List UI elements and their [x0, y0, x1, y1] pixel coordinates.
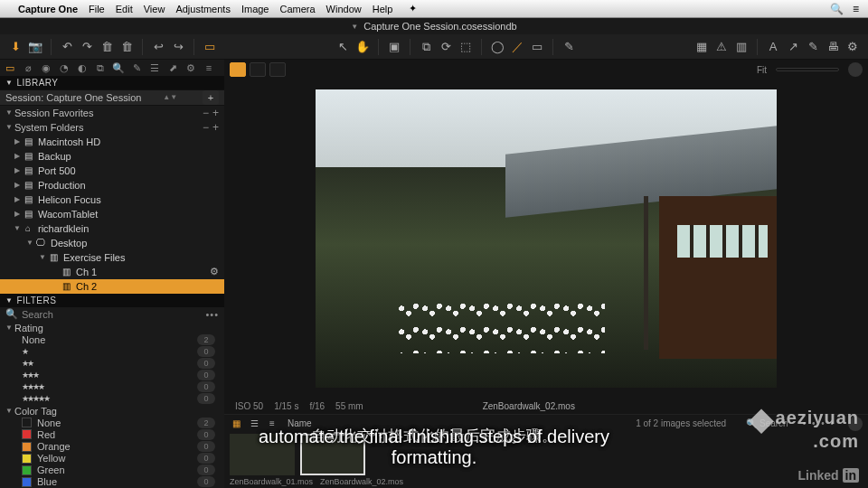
redo-icon[interactable]: ↷ — [77, 37, 97, 57]
filter-search[interactable]: 🔍 Search••• — [0, 307, 224, 322]
menu-camera[interactable]: Camera — [279, 4, 315, 14]
menu-file[interactable]: File — [89, 4, 105, 14]
session-selector[interactable]: Session: Capture One Session ▲▼ + — [0, 89, 224, 106]
settings-icon[interactable]: ⚙ — [843, 37, 863, 57]
forward-icon[interactable]: ↪ — [168, 37, 188, 57]
system-folders-header[interactable]: ▼System Folders−+ — [0, 120, 224, 135]
rating-3[interactable]: ★★★0 — [0, 370, 224, 381]
rating-5[interactable]: ★★★★★0 — [0, 393, 224, 405]
reset-icon[interactable]: 🗑 — [97, 37, 117, 57]
search-icon[interactable]: 🔍 — [830, 3, 844, 15]
trash-icon[interactable]: 🗑 — [117, 37, 137, 57]
more-icon[interactable]: ••• — [205, 309, 219, 320]
menu-extras-icon[interactable]: ≡ — [853, 3, 859, 15]
zoom-slider[interactable] — [776, 68, 839, 71]
folder-row[interactable]: ▼▥Exercise Files — [0, 250, 224, 265]
folder-row[interactable]: ▶▤Macintosh HD — [0, 135, 224, 149]
rating-header[interactable]: ▼Rating — [0, 322, 224, 333]
metadata-tab-icon[interactable]: ☰ — [148, 61, 161, 74]
thumbnail[interactable] — [300, 434, 365, 475]
tag-orange[interactable]: Orange0 — [0, 440, 224, 452]
import-icon[interactable]: ⬇ — [5, 37, 25, 57]
tag-yellow[interactable]: Yellow0 — [0, 453, 224, 465]
folder-row[interactable]: ▶▤Helicon Focus — [0, 192, 224, 207]
filmstrip-icon[interactable]: ☰ — [248, 418, 260, 430]
rating-4[interactable]: ★★★★0 — [0, 381, 224, 393]
adjust-tab-icon[interactable]: ✎ — [130, 61, 143, 74]
multi-mode-icon[interactable] — [269, 62, 286, 77]
grid-icon[interactable]: ▦ — [230, 418, 242, 430]
grid-icon[interactable]: ▥ — [731, 37, 751, 57]
add-session-button[interactable]: + — [203, 90, 219, 105]
browser-search[interactable]: 🔍 Search — [746, 418, 788, 428]
menu-image[interactable]: Image — [241, 4, 269, 14]
rotate-icon[interactable]: ⟳ — [436, 37, 456, 57]
menu-adjustments[interactable]: Adjustments — [175, 4, 231, 14]
tag-blue[interactable]: Blue0 — [0, 476, 224, 488]
folder-row[interactable]: ▼⌂richardklein — [0, 221, 224, 236]
spot-icon[interactable]: ◯ — [487, 37, 507, 57]
app-name[interactable]: Capture One — [18, 4, 78, 14]
rating-2[interactable]: ★★0 — [0, 357, 224, 369]
details-tab-icon[interactable]: 🔍 — [112, 61, 125, 74]
folder-row[interactable]: ▶▤Port 500 — [0, 164, 224, 178]
gear-icon[interactable]: ⚙ — [210, 266, 219, 277]
edit-icon[interactable]: ✎ — [803, 37, 823, 57]
hand-icon[interactable]: ✋ — [353, 37, 373, 57]
exposure-tab-icon[interactable]: ◐ — [76, 61, 89, 74]
cursor-icon[interactable]: ↖ — [333, 37, 353, 57]
image-viewer[interactable] — [224, 80, 868, 398]
rating-none[interactable]: None2 — [0, 333, 224, 345]
text-icon[interactable]: A — [763, 37, 783, 57]
crop-tab-icon[interactable]: ⧉ — [94, 61, 107, 74]
spotlight-menu-icon[interactable]: ✦ — [409, 3, 417, 14]
menu-window[interactable]: Window — [326, 4, 362, 14]
mask-icon[interactable]: ▭ — [527, 37, 547, 57]
rating-1[interactable]: ★0 — [0, 345, 224, 357]
process-icon[interactable]: ↗ — [783, 37, 803, 57]
session-name: Session: Capture One Session — [5, 92, 141, 103]
color-tab-icon[interactable]: ◔ — [58, 61, 71, 74]
window-title: Capture One Session.cosessiondb — [363, 21, 516, 32]
print-icon[interactable]: 🖶 — [823, 37, 843, 57]
batch-tab-icon[interactable]: ≡ — [203, 61, 215, 74]
folder-ch1[interactable]: ▥Ch 1⚙ — [0, 265, 224, 279]
folder-row[interactable]: ▶▤Backup — [0, 149, 224, 164]
eyedropper-icon[interactable]: ✎ — [559, 37, 579, 57]
undo-icon[interactable]: ↶ — [57, 37, 77, 57]
copy-adjustments-icon[interactable]: ▭ — [200, 37, 220, 57]
list-icon[interactable]: ≡ — [266, 418, 278, 430]
gear-tab-icon[interactable]: ⚙ — [184, 61, 197, 74]
thumbnail[interactable] — [230, 434, 295, 475]
loupe-icon[interactable]: ▣ — [384, 37, 404, 57]
name-column[interactable]: Name — [288, 418, 312, 428]
folder-ch2[interactable]: ▥Ch 2 — [0, 279, 224, 294]
folder-row[interactable]: ▶▤Production — [0, 178, 224, 192]
camera-icon[interactable]: 📷 — [25, 37, 45, 57]
warning-icon[interactable]: ⚠ — [712, 37, 731, 57]
lens-tab-icon[interactable]: ◉ — [40, 61, 52, 74]
grid-mode-icon[interactable] — [230, 62, 246, 77]
menu-view[interactable]: View — [144, 4, 165, 14]
single-mode-icon[interactable] — [250, 62, 266, 77]
brush-icon[interactable]: ／ — [507, 37, 527, 57]
tag-green[interactable]: Green0 — [0, 465, 224, 476]
browser-more-icon[interactable]: • • • • — [803, 418, 835, 428]
avatar[interactable] — [848, 417, 863, 431]
folder-row[interactable]: ▶▤WacomTablet — [0, 207, 224, 221]
avatar[interactable] — [848, 62, 863, 77]
tag-none[interactable]: None2 — [0, 417, 224, 428]
session-favorites-header[interactable]: ▼Session Favorites−+ — [0, 106, 224, 120]
keystone-icon[interactable]: ⬚ — [456, 37, 476, 57]
folder-row[interactable]: ▼🖵Desktop — [0, 236, 224, 250]
menu-edit[interactable]: Edit — [116, 4, 133, 14]
crop-icon[interactable]: ⧉ — [416, 37, 436, 57]
colortag-header[interactable]: ▼Color Tag — [0, 405, 224, 417]
tag-red[interactable]: Red0 — [0, 428, 224, 440]
grid-view-icon[interactable]: ▦ — [692, 37, 712, 57]
output-tab-icon[interactable]: ⬈ — [166, 61, 179, 74]
capture-tab-icon[interactable]: ⌀ — [22, 61, 34, 74]
menu-help[interactable]: Help — [373, 4, 393, 14]
library-tab-icon[interactable]: ▭ — [4, 61, 16, 74]
back-icon[interactable]: ↩ — [148, 37, 168, 57]
